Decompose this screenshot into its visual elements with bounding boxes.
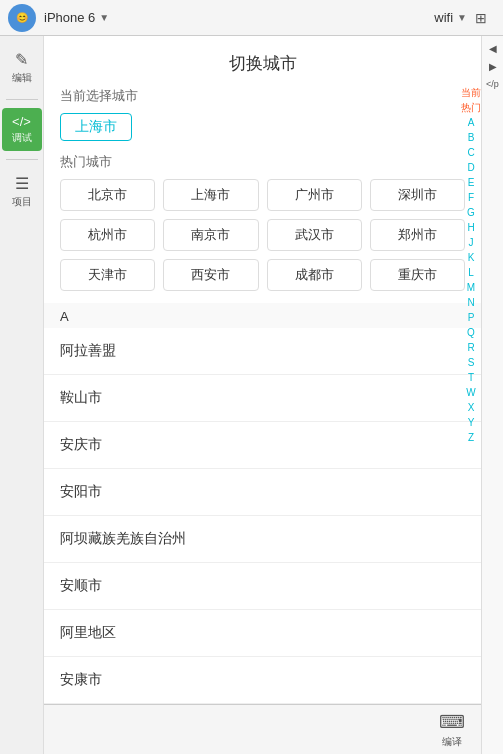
hot-cities-section: 热门城市 北京市上海市广州市深圳市杭州市南京市武汉市郑州市天津市西安市成都市重庆… [44,153,481,303]
hot-city-btn[interactable]: 南京市 [163,219,258,251]
wifi-selector[interactable]: wifi ▼ [434,10,467,25]
hot-city-btn[interactable]: 深圳市 [370,179,465,211]
bottom-translate-btn[interactable]: ⌨ 编译 [431,707,473,753]
device-arrow: ▼ [99,12,109,23]
page-title: 切换城市 [44,36,481,87]
phone-frame: 切换城市 当前选择城市 上海市 热门城市 北京市上海市广州市深圳市杭州市南京市武… [44,36,481,754]
hot-city-btn[interactable]: 上海市 [163,179,258,211]
city-list-item[interactable]: 鞍山市 [44,375,481,422]
right-panel-btn-3[interactable]: </p [484,76,502,92]
left-sidebar: ✎ 编辑 </> 调试 ☰ 项目 [0,36,44,754]
sidebar-divider [6,99,38,100]
device-selector[interactable]: iPhone 6 ▼ [44,10,109,25]
hot-city-btn[interactable]: 北京市 [60,179,155,211]
project-icon: ☰ [15,174,29,193]
menu-icon: ⊞ [475,10,487,26]
city-list-item[interactable]: 安康市 [44,657,481,704]
alpha-item[interactable]: R [467,341,474,355]
right-panel: ◀ ▶ </p [481,36,503,754]
alpha-item[interactable]: M [467,281,475,295]
hot-city-btn[interactable]: 天津市 [60,259,155,291]
city-list: A阿拉善盟鞍山市安庆市安阳市阿坝藏族羌族自治州安顺市阿里地区安康市 [44,303,481,704]
sidebar-item-debug[interactable]: </> 调试 [2,108,42,151]
right-panel-btn-1[interactable]: ◀ [484,40,502,56]
sidebar-item-edit[interactable]: ✎ 编辑 [2,44,42,91]
hot-city-btn[interactable]: 西安市 [163,259,258,291]
wifi-arrow: ▼ [457,12,467,23]
alpha-item[interactable]: W [466,386,475,400]
avatar: 😊 [8,4,36,32]
current-city-section: 当前选择城市 上海市 [44,87,481,153]
alpha-item[interactable]: C [467,146,474,160]
alpha-item[interactable]: J [469,236,474,250]
hot-city-btn[interactable]: 广州市 [267,179,362,211]
current-city-chip[interactable]: 上海市 [60,113,132,141]
hot-city-btn[interactable]: 成都市 [267,259,362,291]
alpha-item[interactable]: P [468,311,475,325]
alpha-item[interactable]: 热门 [461,101,481,115]
sidebar-debug-label: 调试 [12,131,32,145]
translate-icon: ⌨ [439,711,465,733]
alpha-item[interactable]: S [468,356,475,370]
alpha-item[interactable]: Q [467,326,475,340]
alpha-item[interactable]: Z [468,431,474,445]
hot-city-btn[interactable]: 杭州市 [60,219,155,251]
collapse-icon: ◀ [489,43,497,54]
debug-icon: </> [12,114,31,129]
main-area: 切换城市 当前选择城市 上海市 热门城市 北京市上海市广州市深圳市杭州市南京市武… [44,36,481,754]
code-tag-icon: </p [486,79,499,89]
alpha-item[interactable]: E [468,176,475,190]
city-list-item[interactable]: 安庆市 [44,422,481,469]
current-city-label: 当前选择城市 [60,87,465,105]
bottom-toolbar: ⌨ 编译 [44,704,481,754]
sidebar-project-label: 项目 [12,195,32,209]
phone-content[interactable]: 切换城市 当前选择城市 上海市 热门城市 北京市上海市广州市深圳市杭州市南京市武… [44,36,481,754]
sidebar-item-project[interactable]: ☰ 项目 [2,168,42,215]
translate-label: 编译 [442,735,462,749]
alpha-item[interactable]: A [468,116,475,130]
alpha-item[interactable]: B [468,131,475,145]
alpha-item[interactable]: T [468,371,474,385]
wifi-label: wifi [434,10,453,25]
hot-city-btn[interactable]: 郑州市 [370,219,465,251]
alpha-item[interactable]: D [467,161,474,175]
expand-icon: ▶ [489,61,497,72]
alpha-item[interactable]: H [467,221,474,235]
hot-city-btn[interactable]: 武汉市 [267,219,362,251]
alpha-item[interactable]: G [467,206,475,220]
alpha-item[interactable]: 当前 [461,86,481,100]
alpha-group-header: A [44,303,481,328]
hot-cities-grid: 北京市上海市广州市深圳市杭州市南京市武汉市郑州市天津市西安市成都市重庆市 [60,179,465,291]
edit-icon: ✎ [15,50,28,69]
city-list-item[interactable]: 阿拉善盟 [44,328,481,375]
alpha-item[interactable]: K [468,251,475,265]
device-label: iPhone 6 [44,10,95,25]
toolbar-menu-button[interactable]: ⊞ [467,4,495,32]
sidebar-divider-2 [6,159,38,160]
hot-cities-label: 热门城市 [60,153,465,171]
alpha-item[interactable]: Y [468,416,475,430]
city-list-item[interactable]: 阿里地区 [44,610,481,657]
alpha-item[interactable]: N [467,296,474,310]
alpha-index: 当前热门ABCDEFGHJKLMNPQRSTWXYZ [461,86,481,445]
hot-city-btn[interactable]: 重庆市 [370,259,465,291]
alpha-item[interactable]: X [468,401,475,415]
city-list-item[interactable]: 安顺市 [44,563,481,610]
right-panel-btn-2[interactable]: ▶ [484,58,502,74]
city-list-item[interactable]: 安阳市 [44,469,481,516]
sidebar-edit-label: 编辑 [12,71,32,85]
toolbar: 😊 iPhone 6 ▼ wifi ▼ ⊞ [0,0,503,36]
alpha-item[interactable]: F [468,191,474,205]
city-list-item[interactable]: 阿坝藏族羌族自治州 [44,516,481,563]
alpha-item[interactable]: L [468,266,474,280]
